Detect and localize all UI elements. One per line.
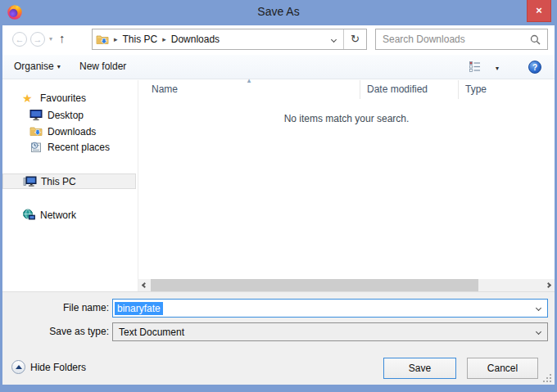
star-icon: ★ bbox=[22, 92, 33, 105]
forward-button[interactable]: → bbox=[30, 32, 45, 47]
breadcrumb-this-pc[interactable]: This PC bbox=[123, 34, 158, 45]
save-button[interactable]: Save bbox=[383, 358, 456, 379]
scroll-left-button[interactable] bbox=[138, 279, 151, 291]
scrollbar-thumb[interactable] bbox=[151, 279, 478, 291]
recent-places-icon bbox=[29, 141, 43, 153]
column-header-date-modified[interactable]: Date modified bbox=[360, 80, 458, 99]
downloads-folder-icon bbox=[29, 125, 43, 137]
column-label: Name bbox=[152, 83, 178, 95]
search-icon bbox=[530, 34, 541, 45]
resize-grip[interactable] bbox=[542, 373, 552, 383]
titlebar: Save As × bbox=[0, 0, 557, 25]
column-header-type[interactable]: Type bbox=[458, 80, 552, 99]
save-panel: File name: binaryfate Save as type: Text… bbox=[2, 291, 555, 385]
crumb-separator-icon: ▸ bbox=[162, 35, 166, 43]
crumb-separator-icon: ▸ bbox=[114, 35, 118, 43]
search-box[interactable]: Search Downloads bbox=[375, 29, 548, 50]
column-label: Type bbox=[465, 83, 487, 95]
chevron-down-icon bbox=[536, 329, 541, 335]
sidebar-item-desktop[interactable]: Desktop bbox=[2, 108, 136, 124]
sidebar-item-recent-places[interactable]: Recent places bbox=[2, 140, 136, 155]
dialog-body: ← → ▾ ↑ ▸ This PC ▸ Downloads ↻ bbox=[2, 25, 555, 385]
column-header-name[interactable]: Name bbox=[138, 80, 360, 99]
navigation-bar: ← → ▾ ↑ ▸ This PC ▸ Downloads ↻ bbox=[2, 25, 555, 54]
organise-dropdown-icon: ▾ bbox=[57, 63, 61, 70]
forward-icon: → bbox=[34, 34, 43, 44]
sidebar-label: Recent places bbox=[48, 142, 110, 153]
sidebar-item-downloads[interactable]: Downloads bbox=[2, 124, 136, 140]
save-as-dialog: Save As × ← → ▾ ↑ ▸ This PC bbox=[0, 0, 557, 392]
address-bar[interactable]: ▸ This PC ▸ Downloads ↻ bbox=[92, 29, 367, 50]
back-button[interactable]: ← bbox=[12, 32, 27, 47]
new-folder-button[interactable]: New folder bbox=[75, 55, 131, 79]
column-label: Date modified bbox=[367, 83, 428, 95]
close-button[interactable]: × bbox=[527, 0, 551, 22]
up-button[interactable]: ↑ bbox=[59, 31, 66, 45]
sidebar-label: Network bbox=[40, 210, 76, 221]
sidebar-item-network[interactable]: Network bbox=[2, 208, 136, 223]
search-placeholder: Search Downloads bbox=[383, 34, 530, 45]
save-as-type-value: Text Document bbox=[119, 327, 184, 338]
cancel-button[interactable]: Cancel bbox=[467, 358, 538, 379]
chevron-down-icon[interactable] bbox=[536, 305, 541, 311]
network-icon bbox=[22, 209, 35, 221]
chevron-right-icon bbox=[546, 282, 551, 288]
view-dropdown-icon[interactable]: ▾ bbox=[496, 65, 499, 72]
sidebar-label: This PC bbox=[41, 176, 76, 187]
save-as-type-label: Save as type: bbox=[2, 322, 109, 341]
file-list: ▴ Name Date modified Type No items match… bbox=[138, 80, 555, 291]
file-name-input[interactable]: binaryfate bbox=[112, 299, 548, 318]
save-as-type-select[interactable]: Text Document bbox=[112, 322, 548, 341]
navigation-pane: ★ Favourites Desktop Downloads bbox=[2, 80, 137, 291]
file-name-label: File name: bbox=[2, 299, 109, 318]
sidebar-item-this-pc[interactable]: This PC bbox=[2, 173, 136, 189]
sidebar-label: Desktop bbox=[48, 110, 84, 121]
empty-message: No items match your search. bbox=[138, 113, 555, 124]
back-icon: ← bbox=[16, 34, 25, 44]
chevron-left-icon bbox=[142, 282, 147, 288]
sidebar-label: Downloads bbox=[48, 126, 96, 137]
help-icon: ? bbox=[532, 63, 537, 72]
sidebar-item-favourites[interactable]: ★ Favourites bbox=[2, 91, 136, 106]
sidebar-label: Favourites bbox=[40, 92, 86, 104]
breadcrumb-downloads[interactable]: Downloads bbox=[171, 34, 220, 45]
help-button[interactable]: ? bbox=[528, 61, 541, 74]
organise-label: Organise bbox=[14, 61, 54, 72]
scroll-right-button[interactable] bbox=[542, 279, 555, 291]
refresh-button[interactable]: ↻ bbox=[343, 29, 366, 49]
refresh-icon: ↻ bbox=[351, 33, 360, 45]
history-dropdown-icon[interactable]: ▾ bbox=[49, 35, 52, 43]
new-folder-label: New folder bbox=[79, 61, 126, 72]
organise-button[interactable]: Organise▾ bbox=[9, 55, 66, 79]
file-name-value: binaryfate bbox=[115, 302, 163, 315]
desktop-icon bbox=[29, 109, 43, 121]
downloads-folder-icon bbox=[96, 34, 109, 45]
horizontal-scrollbar[interactable] bbox=[138, 279, 555, 291]
chevron-up-circle-icon bbox=[11, 360, 25, 374]
address-dropdown-icon[interactable] bbox=[331, 36, 337, 42]
close-icon: × bbox=[536, 4, 542, 16]
details-view-icon[interactable] bbox=[469, 61, 482, 72]
hide-folders-label: Hide Folders bbox=[30, 362, 86, 373]
window-title: Save As bbox=[0, 5, 557, 18]
this-pc-icon bbox=[23, 175, 37, 187]
